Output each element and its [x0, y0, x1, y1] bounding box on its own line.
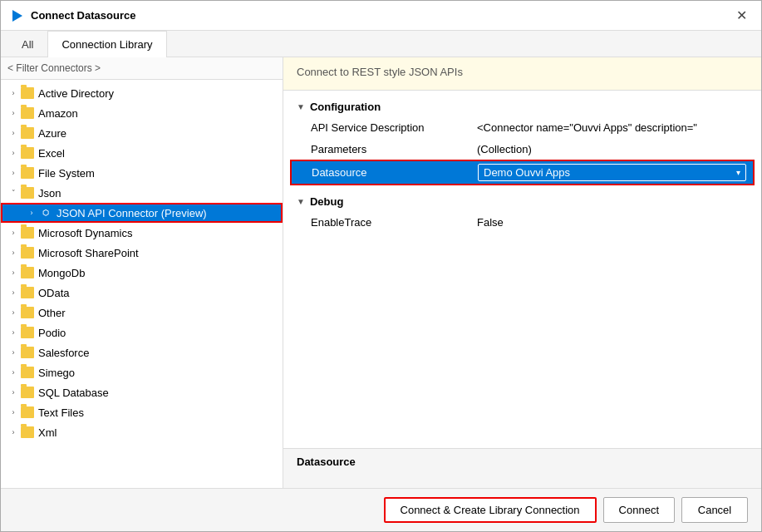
tab-all[interactable]: All — [7, 31, 47, 57]
expand-arrow-simego: › — [7, 367, 19, 378]
folder-icon-text-files — [21, 406, 34, 418]
tree-item-xml[interactable]: › Xml — [1, 422, 283, 442]
property-value-enable-trace: False — [477, 216, 747, 229]
tree-item-label-podio: Podio — [38, 327, 66, 339]
property-name-api-description: API Service Description — [311, 121, 477, 134]
tree-item-mongodb[interactable]: › MongoDb — [1, 263, 283, 283]
tree-item-label-other: Other — [38, 307, 66, 319]
folder-icon-simego — [21, 367, 34, 378]
status-bar: Datasource — [283, 448, 761, 488]
tree-item-label-ms-dynamics: Microsoft Dynamics — [38, 227, 132, 239]
tree-item-microsoft-dynamics[interactable]: › Microsoft Dynamics — [1, 223, 283, 243]
tree-item-azure[interactable]: › Azure — [1, 123, 283, 143]
tree-item-json-api-connector[interactable]: › ⬡ JSON API Connector (Preview) — [1, 203, 283, 223]
folder-icon-amazon — [21, 107, 34, 119]
expand-arrow-file-system: › — [7, 167, 19, 179]
svg-marker-0 — [12, 10, 22, 22]
tree-item-simego[interactable]: › Simego — [1, 362, 283, 382]
tree-item-label-amazon: Amazon — [38, 107, 78, 120]
folder-icon-mongodb — [21, 267, 34, 278]
section-label-configuration: Configuration — [310, 101, 381, 113]
tree-item-excel[interactable]: › Excel — [1, 143, 283, 163]
filter-bar: < Filter Connectors > — [1, 57, 283, 80]
connect-datasource-dialog: Connect Datasource ✕ All Connection Libr… — [0, 0, 762, 532]
title-bar: Connect Datasource ✕ — [1, 1, 761, 31]
folder-icon-excel — [21, 147, 34, 159]
property-name-datasource: Datasource — [312, 166, 478, 179]
filter-label: < Filter Connectors > — [7, 62, 101, 74]
close-button[interactable]: ✕ — [731, 6, 751, 26]
expand-arrow-json: ˅ — [7, 187, 19, 199]
tree-item-label-text-files: Text Files — [38, 406, 84, 419]
folder-icon-ms-dynamics — [21, 227, 34, 239]
tree-item-label-mongodb: MongoDb — [38, 267, 85, 279]
expand-arrow-text-files: › — [7, 406, 19, 418]
property-value-parameters: (Collection) — [477, 143, 747, 155]
tree-item-json[interactable]: ˅ Json — [1, 183, 283, 203]
tree-item-other[interactable]: › Other — [1, 303, 283, 323]
section-header-configuration[interactable]: ▼ Configuration — [290, 97, 755, 116]
expand-arrow-json-api: › — [26, 207, 37, 219]
right-panel: Connect to REST style JSON APIs ▼ Config… — [283, 57, 761, 488]
section-header-debug[interactable]: ▼ Debug — [290, 192, 755, 211]
tree-item-odata[interactable]: › OData — [1, 283, 283, 303]
folder-icon-podio — [21, 327, 34, 338]
property-row-parameters: Parameters (Collection) — [290, 138, 755, 160]
folder-icon-sql — [21, 387, 34, 398]
properties-area: ▼ Configuration API Service Description … — [283, 91, 761, 448]
status-label: Datasource — [297, 456, 356, 468]
cancel-button[interactable]: Cancel — [681, 497, 748, 523]
tree-item-podio[interactable]: › Podio — [1, 323, 283, 342]
folder-icon-file-system — [21, 167, 34, 179]
tree-item-label-excel: Excel — [38, 147, 65, 160]
tree-item-label-simego: Simego — [38, 367, 75, 379]
expand-arrow-ms-sharepoint: › — [7, 247, 19, 259]
tab-connection-library[interactable]: Connection Library — [47, 31, 166, 57]
left-panel: < Filter Connectors > › Active Directory… — [1, 57, 283, 488]
tree-item-salesforce[interactable]: › Salesforce — [1, 342, 283, 362]
datasource-dropdown-value: Demo Ouvvi Apps — [484, 166, 570, 179]
expand-arrow-excel: › — [7, 147, 19, 159]
expand-arrow-sql: › — [7, 387, 19, 398]
property-name-enable-trace: EnableTrace — [311, 216, 477, 229]
tree-item-file-system[interactable]: › File System — [1, 163, 283, 183]
footer: Connect & Create Library Connection Conn… — [1, 488, 761, 531]
content-area: < Filter Connectors > › Active Directory… — [1, 57, 761, 488]
section-arrow-configuration: ▼ — [297, 102, 305, 111]
section-label-debug: Debug — [310, 195, 343, 208]
folder-icon-other — [21, 307, 34, 318]
folder-icon-xml — [21, 426, 34, 438]
tree-item-active-directory[interactable]: › Active Directory — [1, 83, 283, 103]
title-bar-left: Connect Datasource — [11, 9, 135, 22]
tree-item-label-sql: SQL Database — [38, 387, 109, 399]
datasource-dropdown[interactable]: Demo Ouvvi Apps ▾ — [478, 164, 746, 181]
connect-create-library-button[interactable]: Connect & Create Library Connection — [384, 497, 597, 523]
expand-arrow-active-directory: › — [7, 87, 19, 99]
property-row-enable-trace: EnableTrace False — [290, 211, 755, 233]
tree-item-label-active-directory: Active Directory — [38, 87, 114, 100]
expand-arrow-odata: › — [7, 287, 19, 298]
tree-item-label-ms-sharepoint: Microsoft SharePoint — [38, 247, 139, 259]
folder-icon-json — [21, 187, 34, 199]
play-icon — [11, 9, 24, 22]
tree-item-sql-database[interactable]: › SQL Database — [1, 382, 283, 402]
tree-item-text-files[interactable]: › Text Files — [1, 402, 283, 422]
connect-button[interactable]: Connect — [603, 497, 675, 523]
folder-icon-active-directory — [21, 87, 34, 99]
tree-item-label-odata: OData — [38, 287, 70, 299]
property-row-datasource[interactable]: Datasource Demo Ouvvi Apps ▾ — [290, 160, 755, 185]
tree-item-ms-sharepoint[interactable]: › Microsoft SharePoint — [1, 243, 283, 263]
expand-arrow-podio: › — [7, 327, 19, 338]
tree-item-amazon[interactable]: › Amazon — [1, 103, 283, 123]
expand-arrow-xml: › — [7, 426, 19, 438]
tree-item-label-file-system: File System — [38, 167, 95, 180]
expand-arrow-ms-dynamics: › — [7, 227, 19, 239]
tree-item-label-json-api: JSON API Connector (Preview) — [57, 207, 207, 219]
tree-item-label-json: Json — [38, 187, 61, 200]
folder-icon-odata — [21, 287, 34, 298]
tree-view: › Active Directory › Amazon › Azure — [1, 80, 283, 488]
description-bar: Connect to REST style JSON APIs — [283, 57, 761, 91]
dropdown-arrow-datasource: ▾ — [736, 168, 740, 177]
folder-icon-azure — [21, 127, 34, 139]
expand-arrow-azure: › — [7, 127, 19, 139]
